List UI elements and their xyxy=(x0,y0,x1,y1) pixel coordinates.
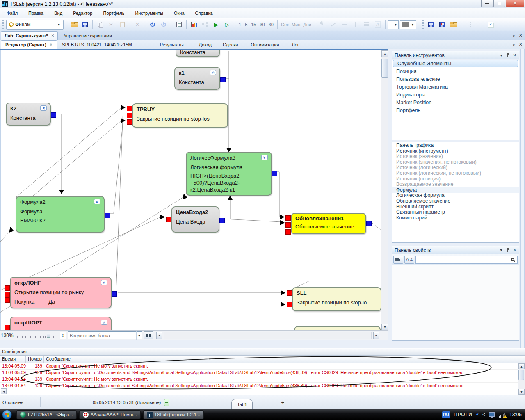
collapse-blocks-button[interactable] xyxy=(475,20,484,30)
output-port[interactable] xyxy=(366,221,372,226)
element-chart-panel[interactable]: Панель графика xyxy=(392,143,519,148)
scroll-thumb[interactable] xyxy=(381,59,388,78)
messages-scroll-up[interactable]: ▲ xyxy=(518,363,525,369)
text-tool-button[interactable]: A xyxy=(373,20,383,30)
input-port[interactable] xyxy=(5,292,10,297)
element-formula[interactable]: Формула xyxy=(392,187,519,193)
timeframe-5[interactable]: 5 xyxy=(244,22,249,27)
output-port[interactable] xyxy=(219,218,225,223)
category-indicators[interactable]: Индикаторы xyxy=(392,91,519,99)
output-port[interactable] xyxy=(272,171,277,176)
find-block-button[interactable] xyxy=(144,331,153,339)
message-row[interactable]: 13:04:04.84 128 Скрипт 'Скрипт-хуипт': c… xyxy=(0,383,525,389)
element-logical-formula[interactable]: Логическая формула xyxy=(392,193,519,199)
chart-button[interactable] xyxy=(189,20,199,30)
input-port[interactable] xyxy=(5,297,10,303)
tab-lab-script[interactable]: Лаб: Скрипт-хуипт* ✕ xyxy=(1,31,58,40)
validate-button[interactable] xyxy=(486,20,495,30)
minimize-button[interactable] xyxy=(481,0,493,7)
tabstrip-menu-icon[interactable]: ▾ xyxy=(513,34,515,38)
element-comment[interactable]: Комментарий xyxy=(392,215,519,221)
unit-sec[interactable]: Сек xyxy=(280,22,290,27)
menu-portfolio[interactable]: Портфель xyxy=(103,11,124,16)
input-port[interactable] xyxy=(127,106,132,111)
run-button[interactable]: ▶ xyxy=(211,20,221,30)
save-as-button[interactable] xyxy=(437,20,447,30)
copy-button[interactable] xyxy=(95,20,105,30)
tab-income[interactable]: Доход xyxy=(199,42,212,47)
tab-trades[interactable]: Сделки xyxy=(223,42,238,47)
block-name-combo[interactable]: ▾ xyxy=(68,331,142,339)
tab-script-manager[interactable]: Управление скриптами xyxy=(58,33,117,40)
element-linked-parameter[interactable]: Связанный параметр xyxy=(392,210,519,215)
input-port[interactable] xyxy=(127,113,132,118)
output-port[interactable] xyxy=(112,291,117,297)
element-source-position[interactable]: Источник (позиция) xyxy=(392,176,519,182)
status-tab1[interactable]: Tab1 xyxy=(231,399,253,409)
input-port[interactable] xyxy=(285,222,291,228)
dash-tool-button[interactable] xyxy=(340,20,349,30)
taskbar-app-tslab[interactable]: TSLab (версия 1.2.1... xyxy=(143,410,204,419)
block-partial-bottom[interactable] xyxy=(294,326,381,330)
start-button[interactable] xyxy=(0,409,14,420)
input-port[interactable] xyxy=(285,215,291,221)
tab-optimization[interactable]: Оптимизация xyxy=(251,42,279,47)
line-tool-button[interactable] xyxy=(329,20,338,30)
tab-results[interactable]: Результаты xyxy=(160,42,184,47)
block-formula2[interactable]: Формула2 » Формула EMA50-К2 xyxy=(16,196,105,233)
style-dropdown-icon[interactable]: ▾ xyxy=(393,21,398,29)
broker-dropdown-icon[interactable]: ▾ xyxy=(56,21,62,29)
collapse-icon[interactable]: » xyxy=(101,280,107,285)
category-trade-math[interactable]: Торговая Математика xyxy=(392,83,519,91)
taskbar-app-browser[interactable]: O АAаaaаAAA!!! Помог... xyxy=(79,410,141,419)
unit-min[interactable]: Мин xyxy=(291,22,301,27)
block-k1[interactable]: к1 » Константа xyxy=(174,67,220,90)
block-tpbuy[interactable]: TPBUY Закрытие позиции по stop-los xyxy=(132,103,228,128)
menu-editor[interactable]: Редактор xyxy=(73,11,92,16)
zoom-slider[interactable] xyxy=(17,333,58,338)
align-tool-button[interactable] xyxy=(362,20,372,30)
props-search-input[interactable] xyxy=(416,256,511,262)
block-sll[interactable]: SLL Закрытие позиции по stop-lo xyxy=(292,287,381,311)
panel-menu-icon[interactable]: ▾ xyxy=(500,53,502,57)
notes-icon[interactable] xyxy=(164,399,169,406)
input-port[interactable] xyxy=(5,285,10,291)
output-port[interactable] xyxy=(220,77,226,82)
editor-tabstrip-menu-icon[interactable]: ▾ xyxy=(513,43,515,47)
paste-button[interactable] xyxy=(117,20,127,30)
props-search-box[interactable] xyxy=(415,256,518,264)
tabstrip-close-icon[interactable]: ✕ xyxy=(519,33,523,38)
block-otkrshort[interactable]: открШОРТ » xyxy=(10,317,112,330)
save-script-button[interactable] xyxy=(426,20,436,30)
categorized-view-button[interactable] xyxy=(393,256,403,264)
tab-editor-close-icon[interactable]: ✕ xyxy=(50,43,53,47)
open-button[interactable] xyxy=(69,20,79,30)
input-port[interactable] xyxy=(5,325,10,330)
element-source-instrument[interactable]: Источник (инструмент) xyxy=(392,148,519,154)
cut-button[interactable]: ✂ xyxy=(106,20,116,30)
save-button[interactable] xyxy=(80,20,90,30)
timeframe-1[interactable]: 1 xyxy=(237,22,242,27)
menu-file[interactable]: Файл xyxy=(7,11,18,16)
messages-scroll-thumb[interactable] xyxy=(518,370,524,380)
messages-vertical-scrollbar[interactable]: ▲ ▼ xyxy=(518,363,525,395)
block-logformula3[interactable]: ЛогичесФормула3 » Логическая формула HIG… xyxy=(186,152,272,196)
structure-button[interactable] xyxy=(200,20,210,30)
pointer-tool-button[interactable] xyxy=(317,20,327,30)
output-port[interactable] xyxy=(51,112,56,118)
tray-clock[interactable]: 13:05 xyxy=(509,412,522,418)
vline-tool-button[interactable] xyxy=(351,20,361,30)
toolbar-grip-2[interactable] xyxy=(422,20,424,29)
alphabetical-view-button[interactable]: A-Z xyxy=(404,256,414,264)
input-port[interactable] xyxy=(287,302,292,307)
horizontal-scrollbar-track[interactable] xyxy=(164,332,372,339)
zoom-slider-handle[interactable] xyxy=(47,333,50,338)
add-tab-button[interactable]: + xyxy=(278,399,287,406)
element-return-value[interactable]: Возвращаемое значение xyxy=(392,182,519,187)
element-source-values-nonstream[interactable]: Источник (значения, не потоковый) xyxy=(392,160,519,165)
messages-scroll-down[interactable]: ▼ xyxy=(518,389,525,395)
timeframe-30[interactable]: 30 xyxy=(259,22,266,27)
tab-log[interactable]: Лог xyxy=(292,42,299,47)
taskbar-app-fztr[interactable]: FZTR2551A - <Экра... xyxy=(16,410,77,419)
canvas-vertical-scrollbar[interactable]: ▲ ▼ xyxy=(381,50,388,330)
